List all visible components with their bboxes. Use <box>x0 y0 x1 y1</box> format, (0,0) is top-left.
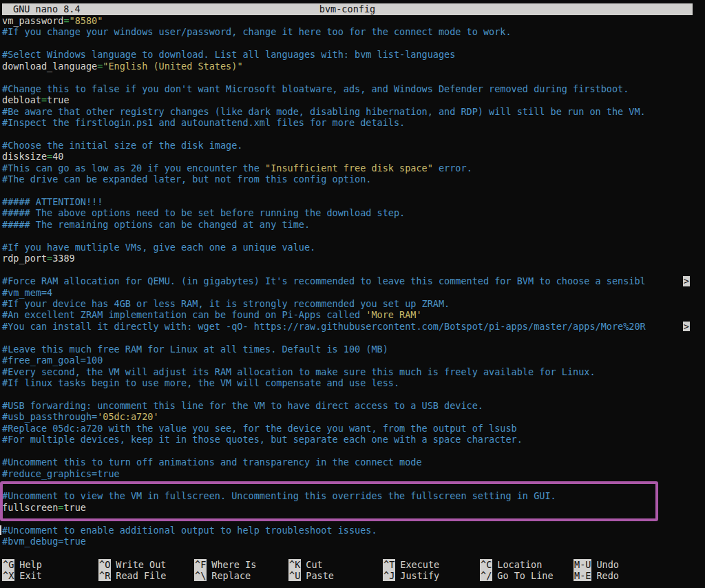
shortcut-label: Justify <box>400 570 439 581</box>
editor-line[interactable]: #Every second, the VM will adjust its RA… <box>2 366 705 377</box>
code-segment: download_language <box>2 61 97 72</box>
shortcut-key: ^\ <box>194 570 207 581</box>
editor-line[interactable]: #If you change your windows user/passwor… <box>2 26 705 37</box>
editor-line[interactable]: #Force RAM allocation for QEMU. (in giga… <box>2 275 705 286</box>
editor-line[interactable]: #free_ram_goal=100 <box>2 355 705 366</box>
code-segment: #vm_mem=4 <box>2 287 52 298</box>
code-segment: #An excellent ZRAM implementation can be… <box>2 309 366 320</box>
shortcut-key: ^U <box>288 570 301 581</box>
code-segment: ##### The above options need to be set b… <box>2 207 405 218</box>
code-segment: 'More RAM' <box>366 309 421 320</box>
editor-line[interactable] <box>2 445 705 456</box>
code-segment: #If linux tasks begin to use more, the V… <box>2 377 399 388</box>
editor-line[interactable]: #Change this to false if you don't want … <box>2 83 705 94</box>
shortcut-paste[interactable]: ^UPaste <box>288 570 334 581</box>
code-segment: 3389 <box>52 253 75 264</box>
editor-line[interactable]: debloat=true <box>2 94 705 105</box>
editor-line[interactable]: ##### ATTENTION!!! <box>2 196 705 207</box>
shortcut-key: ^R <box>98 570 111 581</box>
code-segment: #Uncomment to view the VM in fullscreen.… <box>2 490 556 501</box>
shortcut-label: Execute <box>400 559 439 570</box>
code-segment: #free_ram_goal=100 <box>2 355 103 366</box>
code-segment: = <box>47 253 52 264</box>
editor-line[interactable] <box>2 513 705 524</box>
editor-line[interactable]: #Replace 05dc:a720 with the value you se… <box>2 423 705 434</box>
shortcut-execute[interactable]: ^TExecute <box>383 559 439 570</box>
shortcut-cut[interactable]: ^KCut <box>288 559 323 570</box>
editor-line[interactable]: #Uncomment this to turn off animations a… <box>2 456 705 468</box>
code-segment: ##### The remaining options can be chang… <box>2 219 310 230</box>
shortcut-location[interactable]: ^CLocation <box>480 559 542 570</box>
editor-line[interactable]: rdp_port=3389 <box>2 253 705 264</box>
editor-line[interactable]: ##### The above options need to be set b… <box>2 207 705 218</box>
editor-line[interactable]: #Select Windows language to download. Li… <box>2 49 705 60</box>
code-segment: #This can go as low as 20 if you encount… <box>2 162 265 174</box>
editor-line[interactable]: #USB forwarding: uncomment this line for… <box>2 400 705 411</box>
code-segment: #Every second, the VM will adjust its RA… <box>2 366 596 377</box>
code-segment: true <box>47 94 70 105</box>
editor-line[interactable]: vm_password="8580" <box>2 15 705 26</box>
editor-line[interactable] <box>2 38 705 49</box>
editor-line[interactable] <box>2 230 705 241</box>
editor-line[interactable]: #bvm_debug=true <box>2 536 705 547</box>
code-segment: #If you have mutliple VMs, give each one… <box>2 242 315 253</box>
shortcut-label: Where Is <box>211 559 256 570</box>
shortcut-help[interactable]: ^GHelp <box>2 559 42 570</box>
editor-line[interactable] <box>2 388 705 399</box>
editor-line[interactable]: #If you have mutliple VMs, give each one… <box>2 242 705 253</box>
shortcut-bar: ^GHelp^XExit^OWrite Out^RRead File^FWher… <box>0 559 705 584</box>
editor-line[interactable]: #usb_passthrough='05dc:a720' <box>2 411 705 422</box>
code-segment: #If your device has 4GB or less RAM, it … <box>2 298 450 309</box>
editor-line[interactable]: #Inspect the firstlogin.ps1 and autounat… <box>2 117 705 128</box>
code-segment: "Insufficient free disk space" <box>265 162 433 174</box>
shortcut-key: ^J <box>383 570 395 581</box>
editor-line[interactable]: #If your device has 4GB or less RAM, it … <box>2 298 705 309</box>
editor-line[interactable] <box>2 332 705 343</box>
editor-line[interactable]: ##### The remaining options can be chang… <box>2 219 705 230</box>
editor-line[interactable]: #Be aware that other registry changes (l… <box>2 106 705 117</box>
shortcut-redo[interactable]: M-ERedo <box>574 570 619 581</box>
editor-line[interactable] <box>2 72 705 83</box>
editor-line[interactable]: #Leave this much free RAM for Linux at a… <box>2 344 705 355</box>
shortcut-undo[interactable]: M-UUndo <box>574 559 619 570</box>
editor-line[interactable]: download_language="English (United State… <box>2 61 705 72</box>
editor-line[interactable]: #Uncomment to enable additional output t… <box>2 525 705 536</box>
shortcut-go-to-line[interactable]: ^/Go To Line <box>480 570 554 581</box>
editor-line[interactable]: #The drive can be expanded later, but no… <box>2 174 705 185</box>
shortcut-label: Exit <box>19 570 42 581</box>
editor-line[interactable]: #If linux tasks begin to use more, the V… <box>2 377 705 388</box>
editor-line[interactable]: #You can install it directly with: wget … <box>2 321 705 332</box>
editor-line[interactable]: #Uncomment to view the VM in fullscreen.… <box>2 490 705 501</box>
editor-line[interactable]: #For multiple devices, keep it in those … <box>2 434 705 445</box>
editor-line[interactable] <box>2 479 705 490</box>
code-segment: #You can install it directly with: wget … <box>2 321 646 332</box>
shortcut-label: Redo <box>596 570 619 581</box>
editor-line[interactable] <box>2 128 705 139</box>
shortcut-key: ^T <box>383 559 395 570</box>
editor-line[interactable]: #Choose the initial size of the disk ima… <box>2 140 705 151</box>
editor-line[interactable] <box>2 264 705 275</box>
code-segment: disksize <box>2 151 47 162</box>
code-segment: #USB forwarding: uncomment this line for… <box>2 400 483 411</box>
editor-line[interactable] <box>2 185 705 196</box>
shortcut-label: Replace <box>211 570 251 581</box>
editor-line[interactable]: #reduce_graphics=true <box>2 468 705 479</box>
editor-line[interactable]: #vm_mem=4 <box>2 287 705 298</box>
editor-line[interactable]: #An excellent ZRAM implementation can be… <box>2 309 705 320</box>
code-segment: #Replace 05dc:a720 with the value you se… <box>2 423 517 434</box>
editor-line[interactable]: #This can go as low as 20 if you encount… <box>2 162 705 174</box>
shortcut-read-file[interactable]: ^RRead File <box>98 570 166 581</box>
editor-area[interactable]: vm_password="8580"#If you change your wi… <box>2 15 705 588</box>
shortcut-exit[interactable]: ^XExit <box>2 570 42 581</box>
shortcut-label: Paste <box>306 570 334 581</box>
shortcut-label: Cut <box>306 559 322 570</box>
file-name: bvm-config <box>2 3 693 15</box>
editor-line[interactable]: fullscreen=true <box>2 502 705 513</box>
shortcut-label: Go To Line <box>497 570 553 581</box>
shortcut-justify[interactable]: ^JJustify <box>383 570 439 581</box>
shortcut-write-out[interactable]: ^OWrite Out <box>98 559 166 570</box>
editor-line[interactable]: disksize=40 <box>2 151 705 162</box>
shortcut-replace[interactable]: ^\Replace <box>194 570 251 581</box>
shortcut-where-is[interactable]: ^FWhere Is <box>194 559 256 570</box>
code-segment: #The drive can be expanded later, but no… <box>2 174 371 185</box>
